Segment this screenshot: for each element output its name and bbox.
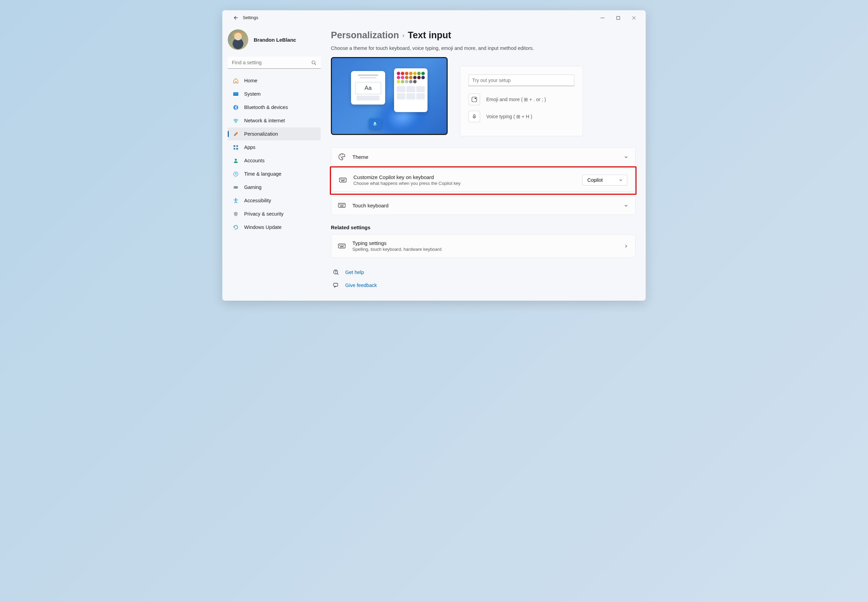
typing-settings-card[interactable]: Typing settings Spelling, touch keyboard… (331, 234, 635, 258)
breadcrumb-parent[interactable]: Personalization (331, 30, 399, 41)
card-title: Touch keyboard (352, 203, 617, 209)
sidebar-item-label: System (244, 91, 260, 97)
svg-rect-29 (338, 203, 345, 207)
voice-label: Voice typing ( ⊞ + H ) (486, 114, 532, 119)
svg-rect-37 (341, 245, 341, 246)
voice-row[interactable]: Voice typing ( ⊞ + H ) (468, 111, 574, 122)
sidebar-item-accessibility[interactable]: Accessibility (228, 194, 321, 207)
search-input[interactable] (228, 57, 321, 69)
keyboard-icon (339, 176, 347, 184)
chevron-right-icon: › (403, 32, 405, 39)
page-title: Text input (408, 30, 451, 41)
svg-point-5 (235, 122, 236, 123)
palette-icon (338, 153, 346, 161)
svg-rect-27 (344, 179, 345, 180)
get-help-row[interactable]: Get help (331, 266, 635, 279)
sidebar: Brandon LeBlanc Home System (222, 24, 325, 301)
sidebar-item-label: Apps (244, 144, 256, 150)
svg-point-21 (340, 155, 341, 155)
window-title: Settings (243, 15, 258, 20)
svg-point-14 (236, 187, 237, 187)
svg-rect-32 (342, 204, 343, 205)
related-heading: Related settings (331, 224, 635, 230)
shield-icon (233, 211, 239, 217)
sidebar-item-label: Accessibility (244, 198, 271, 203)
svg-rect-34 (340, 206, 343, 206)
copilot-key-dropdown[interactable]: Copilot (582, 175, 627, 186)
sidebar-item-gaming[interactable]: Gaming (228, 181, 321, 194)
svg-rect-33 (343, 204, 344, 205)
svg-rect-24 (340, 179, 341, 180)
nav-list: Home System Bluetooth & devices Network … (227, 74, 325, 234)
maximize-button[interactable] (610, 12, 626, 23)
svg-rect-39 (343, 245, 344, 246)
svg-point-10 (234, 158, 237, 161)
sidebar-item-network[interactable]: Network & internet (228, 114, 321, 127)
highlighted-section: Customize Copilot key on keyboard Choose… (330, 166, 637, 195)
svg-rect-40 (340, 246, 343, 247)
sidebar-item-label: Accounts (244, 158, 265, 163)
home-icon (233, 78, 239, 84)
update-icon (233, 224, 239, 230)
avatar (228, 29, 248, 50)
breadcrumb: Personalization › Text input (331, 30, 635, 41)
page-description: Choose a theme for touch keyboard, voice… (331, 45, 635, 51)
close-button[interactable] (626, 12, 641, 23)
feedback-icon (333, 282, 339, 288)
svg-point-22 (342, 154, 343, 155)
back-button[interactable] (231, 13, 240, 23)
feedback-link[interactable]: Give feedback (345, 283, 377, 288)
svg-rect-19 (474, 114, 475, 117)
chevron-down-icon (624, 155, 628, 159)
preview-row: Aa (331, 57, 635, 136)
chevron-right-icon (624, 244, 628, 249)
emoji-label: Emoji and more ( ⊞ + . or ; ) (486, 97, 546, 102)
search-box (228, 57, 321, 69)
svg-rect-28 (341, 180, 344, 181)
svg-rect-0 (617, 16, 620, 20)
close-icon (632, 16, 636, 20)
minimize-icon (601, 16, 605, 20)
svg-rect-31 (341, 204, 341, 205)
card-subtitle: Choose what happens when you press the C… (354, 181, 576, 186)
sidebar-item-privacy[interactable]: Privacy & security (228, 207, 321, 220)
svg-point-1 (312, 61, 315, 64)
keyboard-icon (338, 201, 346, 209)
gamepad-icon (233, 184, 239, 190)
sidebar-item-time[interactable]: Time & language (228, 167, 321, 180)
svg-rect-25 (342, 179, 343, 180)
keyboard-icon (338, 242, 346, 250)
arrow-left-icon (233, 15, 238, 20)
tryout-input[interactable] (468, 74, 574, 86)
minimize-button[interactable] (594, 12, 610, 23)
feedback-row[interactable]: Give feedback (331, 279, 635, 292)
svg-rect-38 (342, 245, 343, 246)
svg-point-15 (235, 198, 236, 200)
svg-rect-35 (338, 244, 345, 248)
sidebar-item-update[interactable]: Windows Update (228, 221, 321, 234)
sidebar-item-label: Privacy & security (244, 211, 283, 217)
card-subtitle: Spelling, touch keyboard, hardware keybo… (352, 247, 617, 252)
theme-preview-image: Aa (331, 57, 448, 135)
voice-icon (468, 111, 480, 122)
paintbrush-icon (233, 131, 239, 137)
touch-keyboard-card[interactable]: Touch keyboard (331, 196, 635, 215)
chevron-down-icon (624, 203, 628, 208)
user-name: Brandon LeBlanc (254, 37, 296, 43)
svg-rect-6 (234, 145, 235, 147)
theme-card[interactable]: Theme (331, 147, 635, 166)
sidebar-item-system[interactable]: System (228, 88, 321, 100)
sidebar-item-accounts[interactable]: Accounts (228, 154, 321, 167)
dropdown-value: Copilot (587, 177, 603, 183)
sidebar-item-bluetooth[interactable]: Bluetooth & devices (228, 101, 321, 114)
emoji-row[interactable]: Emoji and more ( ⊞ + . or ; ) (468, 94, 574, 105)
sidebar-item-home[interactable]: Home (228, 74, 321, 87)
sidebar-item-label: Personalization (244, 131, 278, 137)
sidebar-item-apps[interactable]: Apps (228, 141, 321, 154)
window-controls (594, 12, 641, 23)
sidebar-item-personalization[interactable]: Personalization (228, 127, 321, 140)
get-help-link[interactable]: Get help (345, 270, 364, 275)
user-profile[interactable]: Brandon LeBlanc (227, 27, 325, 57)
svg-rect-43 (334, 283, 338, 286)
sidebar-item-label: Windows Update (244, 224, 282, 230)
